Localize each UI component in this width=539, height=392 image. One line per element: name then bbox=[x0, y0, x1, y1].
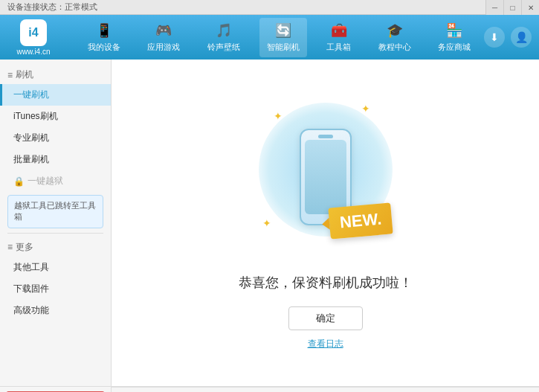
device-icon: 📱 bbox=[96, 22, 112, 39]
sidebar-item-other-tools[interactable]: 其他工具 bbox=[0, 257, 111, 278]
apps-icon: 🎮 bbox=[155, 22, 172, 39]
header-right: ⬇ 👤 bbox=[484, 27, 532, 48]
header: i4 www.i4.cn 📱 我的设备 🎮 应用游戏 🎵 铃声壁纸 🔄 智能刷机… bbox=[0, 15, 539, 60]
logo-text: www.i4.cn bbox=[16, 48, 50, 56]
tutorials-icon: 🎓 bbox=[387, 22, 403, 39]
sidebar-flash-label: ≡ 刷机 bbox=[0, 65, 111, 84]
nav-apps[interactable]: 🎮 应用游戏 bbox=[140, 18, 187, 57]
sidebar: ≡ 刷机 一键刷机 iTunes刷机 专业刷机 批量刷机 🔒 一键越狱 越狱工具… bbox=[0, 60, 112, 386]
bottom-row: 自动激活 激活向导 📱 iPhone 15 Pro Max 512GB iPho… bbox=[0, 386, 539, 392]
nav-store[interactable]: 🏪 务应商城 bbox=[430, 18, 478, 57]
nav-bar: 📱 我的设备 🎮 应用游戏 🎵 铃声壁纸 🔄 智能刷机 🧰 工具箱 🎓 教程中心… bbox=[74, 18, 484, 57]
window-controls: ─ □ ✕ bbox=[485, 0, 539, 15]
lock-icon: 🔒 bbox=[13, 176, 25, 187]
sidebar-more-label: ≡ 更多 bbox=[0, 238, 111, 257]
sidebar-item-one-click-flash[interactable]: 一键刷机 bbox=[0, 84, 111, 106]
main-content: ✦ ✦ ✦ NEW. 恭喜您，保资料刷机成功啦！ 确定 查看日志 bbox=[112, 60, 539, 386]
sidebar-divider bbox=[7, 233, 103, 234]
sidebar-item-itunes-flash[interactable]: iTunes刷机 bbox=[0, 106, 111, 127]
logo-icon: i4 bbox=[20, 19, 47, 46]
download-button[interactable]: ⬇ bbox=[484, 27, 505, 48]
phone-notch bbox=[318, 135, 333, 138]
ringtone-icon: 🎵 bbox=[216, 22, 232, 39]
nav-flash[interactable]: 🔄 智能刷机 bbox=[259, 18, 307, 57]
phone-illustration: ✦ ✦ ✦ NEW. bbox=[251, 95, 400, 259]
sparkle-3: ✦ bbox=[262, 217, 271, 229]
view-log-link[interactable]: 查看日志 bbox=[308, 338, 343, 350]
minimize-button[interactable]: ─ bbox=[485, 0, 503, 15]
main-container: ≡ 刷机 一键刷机 iTunes刷机 专业刷机 批量刷机 🔒 一键越狱 越狱工具… bbox=[0, 60, 539, 386]
top-bar: 设备连接状态：正常模式 ─ □ ✕ bbox=[0, 0, 539, 15]
close-button[interactable]: ✕ bbox=[521, 0, 539, 15]
sparkle-2: ✦ bbox=[361, 103, 370, 115]
sidebar-item-download-firmware[interactable]: 下载固件 bbox=[0, 278, 111, 300]
flash-icon: 🔄 bbox=[275, 22, 291, 39]
more-icon: ≡ bbox=[7, 242, 13, 252]
nav-ringtones[interactable]: 🎵 铃声壁纸 bbox=[200, 18, 248, 57]
confirm-button[interactable]: 确定 bbox=[288, 306, 363, 330]
breadcrumb: 设备连接状态：正常模式 bbox=[0, 1, 97, 13]
phone-screen bbox=[305, 140, 346, 214]
nav-my-device[interactable]: 📱 我的设备 bbox=[80, 18, 128, 57]
logo-area: i4 www.i4.cn bbox=[7, 19, 59, 56]
sidebar-item-batch-flash[interactable]: 批量刷机 bbox=[0, 149, 111, 170]
user-button[interactable]: 👤 bbox=[511, 27, 532, 48]
store-icon: 🏪 bbox=[446, 22, 462, 39]
new-badge: NEW. bbox=[329, 202, 394, 239]
device-panel: 自动激活 激活向导 📱 iPhone 15 Pro Max 512GB iPho… bbox=[0, 386, 112, 392]
nav-tutorials[interactable]: 🎓 教程中心 bbox=[371, 18, 419, 57]
sidebar-item-pro-flash[interactable]: 专业刷机 bbox=[0, 127, 111, 149]
restore-button[interactable]: □ bbox=[503, 0, 521, 15]
status-bar: 阻止iTunes运行 V7.98.66 客服 微信公众号 检查更新 bbox=[112, 387, 539, 392]
sidebar-notice: 越狱工具已跳转至工具箱 bbox=[7, 195, 103, 228]
sidebar-jailbreak-label: 🔒 一键越狱 bbox=[0, 170, 111, 192]
tools-icon: 🧰 bbox=[331, 22, 347, 39]
bottom-status: 阻止iTunes运行 V7.98.66 客服 微信公众号 检查更新 bbox=[112, 386, 539, 392]
success-message: 恭喜您，保资料刷机成功啦！ bbox=[239, 274, 413, 292]
flash-section-icon: ≡ bbox=[7, 70, 13, 80]
sidebar-item-advanced[interactable]: 高级功能 bbox=[0, 300, 111, 321]
nav-tools[interactable]: 🧰 工具箱 bbox=[319, 18, 358, 57]
sparkle-1: ✦ bbox=[274, 110, 283, 122]
